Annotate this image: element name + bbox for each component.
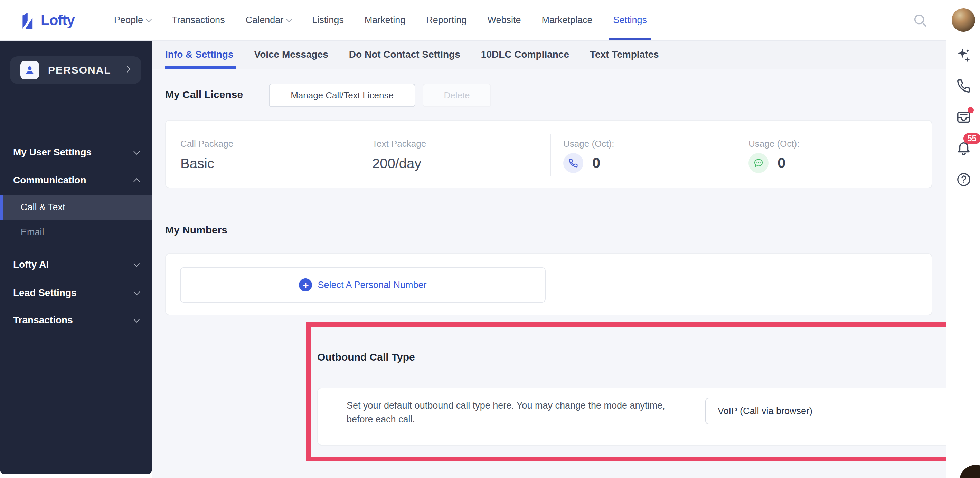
sidebar-group-communication[interactable]: Communication [0, 167, 152, 193]
inbox-unread-dot [967, 107, 974, 113]
nav-item-marketplace[interactable]: Marketplace [531, 0, 603, 40]
outbound-call-type-heading: Outbound Call Type [317, 351, 415, 363]
help-icon[interactable] [956, 172, 972, 187]
chevron-down-icon [134, 289, 140, 295]
usage-sms-row: 0 [748, 153, 786, 173]
top-header: Lofty People Transactions Calendar Listi… [0, 0, 946, 41]
inbox-icon[interactable] [956, 109, 972, 125]
nav-item-transactions[interactable]: Transactions [161, 0, 235, 40]
my-call-license-heading: My Call License [165, 89, 243, 100]
delete-license-button[interactable]: Delete [423, 84, 491, 107]
nav-item-reporting[interactable]: Reporting [416, 0, 477, 40]
call-package-value: Basic [180, 156, 214, 171]
manage-call-text-license-button[interactable]: Manage Call/Text License [269, 84, 415, 107]
chevron-up-icon [134, 178, 140, 184]
phone-icon[interactable] [956, 78, 972, 94]
chevron-down-icon [145, 16, 152, 22]
nav-item-people[interactable]: People [103, 0, 161, 40]
outbound-description-line2: before each call. [347, 412, 415, 426]
outbound-call-type-value: VoIP (Call via browser) [718, 406, 812, 416]
plus-circle-icon: + [299, 278, 312, 292]
lofty-logo[interactable]: Lofty [20, 12, 96, 29]
sidebar-item-email[interactable]: Email [0, 220, 152, 245]
select-personal-number-label: Select A Personal Number [318, 280, 426, 291]
outbound-call-type-dropdown[interactable]: VoIP (Call via browser) [705, 397, 980, 424]
chevron-down-icon [134, 260, 140, 267]
outbound-call-type-highlight: Outbound Call Type Set your default outb… [306, 322, 980, 461]
notifications-badge: 55 [963, 133, 980, 144]
sidebar-item-call-and-text[interactable]: Call & Text [0, 195, 152, 220]
my-numbers-card: + Select A Personal Number [165, 253, 932, 315]
sidebar-group-transactions[interactable]: Transactions [0, 307, 152, 333]
right-toolbar: 55 [946, 0, 980, 478]
usage-call-label: Usage (Oct): [563, 138, 614, 149]
notifications-icon[interactable]: 55 [956, 140, 972, 156]
page-bottom-strip [0, 474, 152, 478]
chevron-down-icon [134, 148, 140, 154]
account-label: PERSONAL [48, 64, 111, 76]
main-content: Info & Settings Voice Messages Do Not Co… [152, 40, 946, 478]
lofty-logo-icon [20, 12, 36, 29]
tab-info-and-settings[interactable]: Info & Settings [165, 40, 244, 69]
call-license-card: Call Package Basic Text Package 200/day … [165, 120, 932, 188]
nav-item-calendar[interactable]: Calendar [235, 0, 302, 40]
app-window: Lofty People Transactions Calendar Listi… [0, 0, 980, 478]
phone-icon [563, 153, 583, 173]
settings-tabbar: Info & Settings Voice Messages Do Not Co… [152, 40, 946, 70]
text-package-value: 200/day [372, 156, 421, 171]
nav-item-listings[interactable]: Listings [302, 0, 354, 40]
outbound-call-type-card: Set your default outbound call type here… [317, 387, 980, 446]
chevron-right-icon [124, 66, 130, 72]
chat-widget-peek[interactable] [959, 465, 980, 478]
tab-10dlc-compliance[interactable]: 10DLC Compliance [471, 40, 579, 69]
user-avatar[interactable] [952, 8, 975, 32]
lofty-logo-text: Lofty [41, 12, 75, 29]
usage-sms-label: Usage (Oct): [748, 138, 799, 149]
outbound-description-line1: Set your default outbound call type here… [347, 399, 665, 412]
settings-sidebar: PERSONAL My User Settings Communication … [0, 40, 152, 474]
call-package-label: Call Package [180, 138, 233, 149]
main-nav: People Transactions Calendar Listings Ma… [103, 0, 657, 40]
card-divider [550, 134, 551, 176]
usage-call-row: 0 [563, 153, 600, 173]
user-icon [21, 61, 39, 79]
ai-sparkle-icon[interactable] [956, 47, 972, 63]
usage-sms-value: 0 [778, 155, 786, 171]
usage-call-value: 0 [592, 155, 600, 171]
message-bubble-icon [748, 153, 768, 173]
chevron-down-icon [286, 16, 292, 22]
nav-item-website[interactable]: Website [477, 0, 531, 40]
select-personal-number-button[interactable]: + Select A Personal Number [180, 267, 546, 303]
chevron-down-icon [134, 316, 140, 322]
nav-item-settings[interactable]: Settings [603, 0, 658, 40]
sidebar-group-lead-settings[interactable]: Lead Settings [0, 280, 152, 306]
sidebar-group-lofty-ai[interactable]: Lofty AI [0, 252, 152, 277]
text-package-label: Text Package [372, 138, 426, 149]
nav-item-marketing[interactable]: Marketing [354, 0, 416, 40]
tab-voice-messages[interactable]: Voice Messages [244, 40, 339, 69]
sidebar-group-my-user-settings[interactable]: My User Settings [0, 140, 152, 165]
search-icon[interactable] [912, 13, 928, 28]
account-switcher[interactable]: PERSONAL [10, 56, 142, 84]
my-numbers-heading: My Numbers [165, 224, 228, 236]
tab-do-not-contact-settings[interactable]: Do Not Contact Settings [339, 40, 471, 69]
tab-text-templates[interactable]: Text Templates [579, 40, 669, 69]
